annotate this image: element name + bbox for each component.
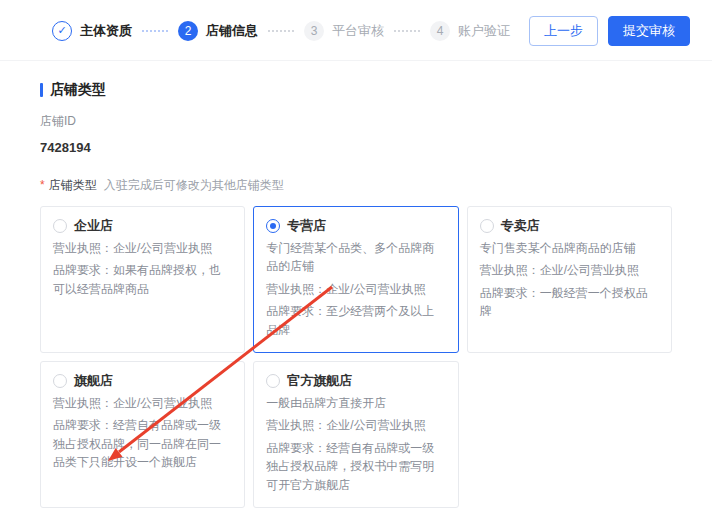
step-number: 3 bbox=[304, 21, 324, 41]
card-head: 专卖店 bbox=[480, 217, 659, 235]
shop-type-option-flagship[interactable]: 旗舰店 营业执照：企业/公司营业执照 品牌要求：经营自有品牌或一级独占授权品牌，… bbox=[40, 361, 245, 508]
radio-icon[interactable] bbox=[53, 374, 67, 388]
shop-type-option-monobrand[interactable]: 专卖店 专门售卖某个品牌商品的店铺 营业执照：企业/公司营业执照 品牌要求：一般… bbox=[467, 206, 672, 353]
card-line: 营业执照：企业/公司营业执照 bbox=[266, 416, 445, 435]
step-account-verification: 4 账户验证 bbox=[430, 21, 510, 41]
card-body: 营业执照：企业/公司营业执照 品牌要求：如果有品牌授权，也可以经营品牌商品 bbox=[53, 239, 232, 299]
shop-type-options: 企业店 营业执照：企业/公司营业执照 品牌要求：如果有品牌授权，也可以经营品牌商… bbox=[40, 206, 672, 508]
shop-type-section-title: 店铺类型 bbox=[40, 81, 672, 99]
step-number: 4 bbox=[430, 21, 450, 41]
card-line: 营业执照：企业/公司营业执照 bbox=[53, 239, 232, 258]
card-line: 营业执照：企业/公司营业执照 bbox=[53, 394, 232, 413]
card-line: 营业执照：企业/公司营业执照 bbox=[266, 280, 445, 299]
card-head: 官方旗舰店 bbox=[266, 372, 445, 390]
previous-step-button[interactable]: 上一步 bbox=[529, 16, 598, 46]
submit-review-button[interactable]: 提交审核 bbox=[608, 16, 690, 46]
step-platform-review: 3 平台审核 bbox=[304, 21, 384, 41]
card-head: 旗舰店 bbox=[53, 372, 232, 390]
step-label: 账户验证 bbox=[458, 22, 510, 40]
card-line: 专门经营某个品类、多个品牌商品的店铺 bbox=[266, 239, 445, 276]
card-body: 专门经营某个品类、多个品牌商品的店铺 营业执照：企业/公司营业执照 品牌要求：至… bbox=[266, 239, 445, 340]
card-body: 一般由品牌方直接开店 营业执照：企业/公司营业执照 品牌要求：经营自有品牌或一级… bbox=[266, 394, 445, 495]
card-line: 品牌要求：一般经营一个授权品牌 bbox=[480, 284, 659, 321]
section-title-text: 店铺类型 bbox=[50, 81, 106, 99]
step-label: 店铺信息 bbox=[206, 22, 258, 40]
card-title: 官方旗舰店 bbox=[287, 372, 352, 390]
header-actions: 上一步 提交审核 bbox=[529, 16, 690, 46]
step-connector-dots bbox=[142, 30, 168, 32]
card-line: 品牌要求：如果有品牌授权，也可以经营品牌商品 bbox=[53, 261, 232, 298]
radio-icon-selected[interactable] bbox=[266, 219, 280, 233]
card-line: 一般由品牌方直接开店 bbox=[266, 394, 445, 413]
card-line: 品牌要求：至少经营两个及以上品牌 bbox=[266, 302, 445, 339]
card-title: 专营店 bbox=[287, 217, 326, 235]
step-number: 2 bbox=[178, 21, 198, 41]
card-line: 营业执照：企业/公司营业执照 bbox=[480, 261, 659, 280]
card-title: 专卖店 bbox=[501, 217, 540, 235]
card-body: 营业执照：企业/公司营业执照 品牌要求：经营自有品牌或一级独占授权品牌，同一品牌… bbox=[53, 394, 232, 472]
section-accent-bar bbox=[40, 83, 43, 97]
check-icon: ✓ bbox=[52, 21, 72, 41]
field-hint-text: 入驻完成后可修改为其他店铺类型 bbox=[104, 177, 284, 194]
step-label: 平台审核 bbox=[332, 22, 384, 40]
radio-icon[interactable] bbox=[53, 219, 67, 233]
card-line: 品牌要求：经营自有品牌或一级独占授权品牌，授权书中需写明可开官方旗舰店 bbox=[266, 439, 445, 495]
step-shop-info: 2 店铺信息 bbox=[178, 21, 258, 41]
shop-type-option-specialty[interactable]: 专营店 专门经营某个品类、多个品牌商品的店铺 营业执照：企业/公司营业执照 品牌… bbox=[253, 206, 458, 353]
required-asterisk: * bbox=[40, 178, 45, 192]
shop-id-value: 7428194 bbox=[40, 140, 672, 155]
step-subject-qualification: ✓ 主体资质 bbox=[52, 21, 132, 41]
step-connector-dots bbox=[394, 30, 420, 32]
shop-id-label: 店铺ID bbox=[40, 113, 672, 130]
shop-type-field-label: * 店铺类型 入驻完成后可修改为其他店铺类型 bbox=[40, 177, 672, 194]
main-content: 店铺类型 店铺ID 7428194 * 店铺类型 入驻完成后可修改为其他店铺类型… bbox=[0, 81, 712, 522]
card-title: 企业店 bbox=[74, 217, 113, 235]
radio-dot bbox=[270, 223, 276, 229]
shop-type-option-enterprise[interactable]: 企业店 营业执照：企业/公司营业执照 品牌要求：如果有品牌授权，也可以经营品牌商… bbox=[40, 206, 245, 353]
wizard-header: ✓ 主体资质 2 店铺信息 3 平台审核 4 账户验证 上一步 提交审核 bbox=[0, 0, 712, 61]
field-label-text: 店铺类型 bbox=[49, 177, 97, 194]
radio-icon[interactable] bbox=[266, 374, 280, 388]
card-head: 企业店 bbox=[53, 217, 232, 235]
step-label: 主体资质 bbox=[80, 22, 132, 40]
step-connector-dots bbox=[268, 30, 294, 32]
step-indicator: ✓ 主体资质 2 店铺信息 3 平台审核 4 账户验证 bbox=[52, 21, 510, 41]
radio-icon[interactable] bbox=[480, 219, 494, 233]
card-head: 专营店 bbox=[266, 217, 445, 235]
shop-type-option-official-flagship[interactable]: 官方旗舰店 一般由品牌方直接开店 营业执照：企业/公司营业执照 品牌要求：经营自… bbox=[253, 361, 458, 508]
card-title: 旗舰店 bbox=[74, 372, 113, 390]
card-body: 专门售卖某个品牌商品的店铺 营业执照：企业/公司营业执照 品牌要求：一般经营一个… bbox=[480, 239, 659, 321]
card-line: 专门售卖某个品牌商品的店铺 bbox=[480, 239, 659, 258]
card-line: 品牌要求：经营自有品牌或一级独占授权品牌，同一品牌在同一品类下只能开设一个旗舰店 bbox=[53, 416, 232, 472]
